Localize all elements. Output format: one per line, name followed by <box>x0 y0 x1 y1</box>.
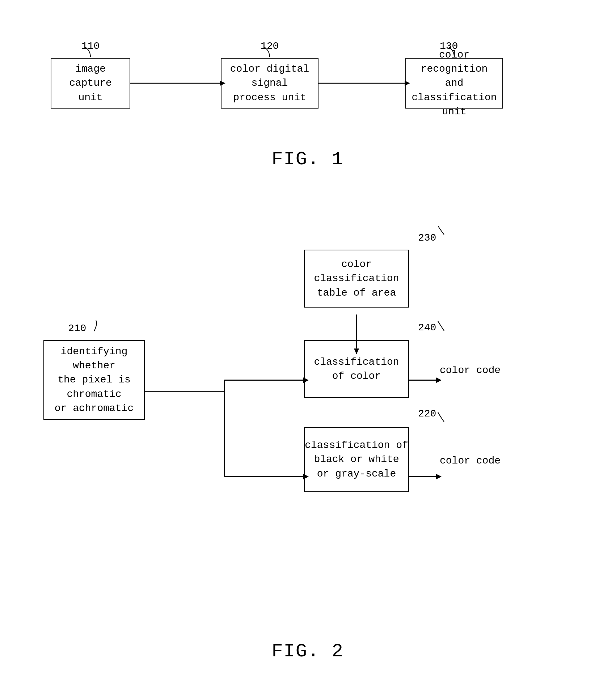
box-230-text: color classificationtable of area <box>305 257 408 300</box>
box-130-text: color recognitionand classificationunit <box>406 48 502 119</box>
diagram-container: 110 120 130 image captureunit color digi… <box>0 0 616 690</box>
box-210: identifying whetherthe pixel is chromati… <box>43 340 145 420</box>
color-code-2: color code <box>440 455 501 466</box>
box-220: classification ofblack or whiteor gray-s… <box>304 427 409 492</box>
box-230: color classificationtable of area <box>304 250 409 308</box>
ref-210: 210 <box>68 323 86 334</box>
box-210-text: identifying whetherthe pixel is chromati… <box>44 344 144 415</box>
ref-230: 230 <box>418 232 436 244</box>
ref-220: 220 <box>418 408 436 419</box>
ref-240: 240 <box>418 322 436 333</box>
svg-marker-15 <box>436 474 442 479</box>
box-220-text: classification ofblack or whiteor gray-s… <box>305 438 408 481</box>
box-240: classificationof color <box>304 340 409 398</box>
fig1-area: 110 120 130 image captureunit color digi… <box>22 22 594 174</box>
box-120: color digital signalprocess unit <box>221 58 318 109</box>
ref-110: 110 <box>81 41 100 52</box>
box-130: color recognitionand classificationunit <box>405 58 503 109</box>
color-code-1: color code <box>440 365 501 376</box>
box-110-text: image captureunit <box>51 62 130 105</box>
box-240-text: classificationof color <box>314 355 399 383</box>
ref-120: 120 <box>261 41 279 52</box>
box-120-text: color digital signalprocess unit <box>221 62 318 105</box>
fig2-title: FIG. 2 <box>271 641 343 662</box>
fig2-area: 210 230 240 220 identifying whetherthe p… <box>22 203 594 666</box>
box-110: image captureunit <box>51 58 130 109</box>
fig1-title: FIG. 1 <box>271 149 343 170</box>
svg-marker-13 <box>436 377 442 383</box>
